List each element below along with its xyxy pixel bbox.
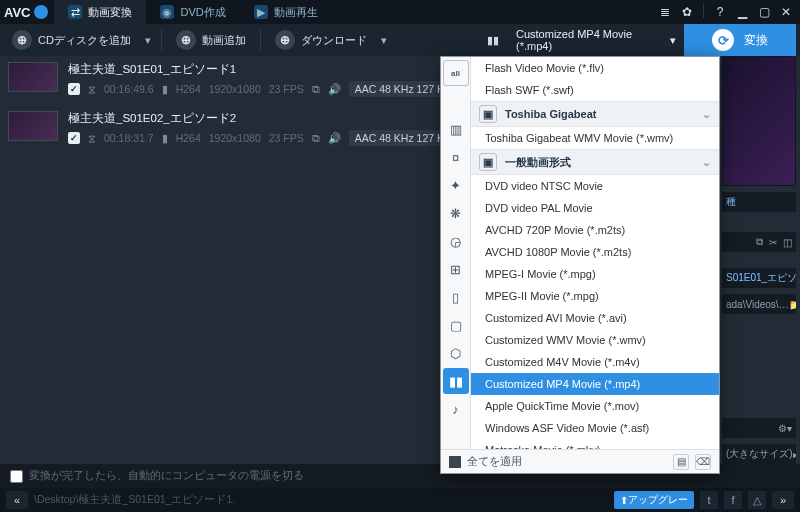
format-option[interactable]: Flash SWF (*.swf) — [471, 79, 719, 101]
shutdown-label: 変換が完了したら、自動的にコンピュータの電源を切る — [29, 469, 304, 483]
apply-all-label[interactable]: 全てを適用 — [467, 454, 522, 469]
app-logo: AVC — [0, 5, 54, 20]
cat-playstation-icon[interactable]: ✦ — [443, 172, 469, 198]
group-label: 一般動画形式 — [505, 155, 571, 170]
expand-icon[interactable] — [793, 449, 796, 460]
play-icon: ▶ — [254, 5, 268, 19]
speaker-icon: 🔊 — [328, 83, 341, 96]
cat-windows-icon[interactable]: ⊞ — [443, 256, 469, 282]
refresh-icon: ⟳ — [712, 29, 734, 51]
save-preset-icon[interactable]: ▤ — [673, 454, 689, 470]
cat-html5-icon[interactable]: ⬡ — [443, 340, 469, 366]
logo-icon — [34, 5, 48, 19]
format-list[interactable]: Flash Video Movie (*.flv)Flash SWF (*.sw… — [471, 57, 719, 449]
cat-lg-icon[interactable]: ◶ — [443, 228, 469, 254]
tab-dvd-create[interactable]: ◉ DVD作成 — [146, 0, 239, 24]
download-button[interactable]: ⊕ ダウンロード — [267, 28, 375, 52]
settings-dropdown[interactable] — [787, 423, 792, 434]
convert-icon: ⇄ — [68, 5, 82, 19]
format-option[interactable]: Apple QuickTime Movie (*.mov) — [471, 395, 719, 417]
cat-apple-icon[interactable] — [443, 88, 469, 114]
cat-audio-icon[interactable]: ♪ — [443, 396, 469, 422]
format-option[interactable]: MPEG-I Movie (*.mpg) — [471, 263, 719, 285]
video-thumbnail[interactable] — [8, 62, 58, 92]
output-path[interactable]: \Desktop\極主夫道_S01E01_エピソード1. — [34, 493, 608, 507]
check-icon[interactable]: ✓ — [68, 132, 80, 144]
crop-icon[interactable]: ◫ — [783, 237, 792, 248]
format-option[interactable]: Toshiba Gigabeat WMV Movie (*.wmv) — [471, 127, 719, 149]
upgrade-label: アップグレー — [628, 493, 688, 507]
tab-playback[interactable]: ▶ 動画再生 — [240, 0, 332, 24]
cat-all-icon[interactable]: all — [443, 60, 469, 86]
download-plus-icon: ⊕ — [275, 30, 295, 50]
shutdown-checkbox[interactable] — [10, 470, 23, 483]
video-thumbnail[interactable] — [8, 111, 58, 141]
settings-cog-icon[interactable]: ⚙ — [778, 423, 787, 434]
next-button[interactable]: » — [772, 491, 794, 509]
cat-tv-icon[interactable]: ▢ — [443, 312, 469, 338]
maximize-icon[interactable]: ▢ — [756, 4, 772, 20]
add-video-button[interactable]: ⊕ 動画追加 — [168, 28, 254, 52]
film-icon: ▮ — [162, 132, 168, 144]
cat-video-icon[interactable]: ▮▮ — [443, 368, 469, 394]
link-icon[interactable]: ⧉ — [312, 83, 320, 96]
up-arrow-icon: ⬆ — [620, 495, 628, 506]
share-icon[interactable]: △ — [748, 491, 766, 509]
cut-icon[interactable]: ✂ — [769, 237, 777, 248]
format-option[interactable]: MPEG-II Movie (*.mpg) — [471, 285, 719, 307]
profile-film-icon[interactable]: ▮▮ — [478, 24, 508, 56]
cat-phone-icon[interactable]: ▯ — [443, 284, 469, 310]
link-icon[interactable]: ⧉ — [312, 132, 320, 145]
cat-robot-icon[interactable]: ¤ — [443, 144, 469, 170]
cd-plus-icon: ⊕ — [12, 30, 32, 50]
copy-icon[interactable]: ⧉ — [756, 236, 763, 248]
tab-label: DVD作成 — [180, 5, 225, 20]
format-option[interactable]: Customized MP4 Movie (*.mp4) — [471, 373, 719, 395]
tab-video-convert[interactable]: ⇄ 動画変換 — [54, 0, 146, 24]
format-option[interactable]: Customized AVI Movie (*.avi) — [471, 307, 719, 329]
format-option[interactable]: Customized M4V Movie (*.m4v) — [471, 351, 719, 373]
codec-label: H264 — [176, 83, 201, 95]
format-option[interactable]: DVD video NTSC Movie — [471, 175, 719, 197]
square-icon[interactable] — [449, 456, 461, 468]
delete-preset-icon[interactable]: ⌫ — [695, 454, 711, 470]
menu-icon[interactable]: ≣ — [657, 4, 673, 20]
format-option[interactable]: AVCHD 1080P Movie (*.m2ts) — [471, 241, 719, 263]
right-panel: 種 ⧉ ✂ ◫ S01E01_エピソー… ada\Videos\…📁 ⚙ (大き… — [722, 56, 796, 464]
codec-label: H264 — [176, 132, 201, 144]
settings-icon[interactable]: ✿ — [679, 4, 695, 20]
upgrade-button[interactable]: ⬆ アップグレー — [614, 491, 694, 509]
facebook-icon[interactable]: f — [724, 491, 742, 509]
size-row[interactable]: (大きなサイズ) — [722, 444, 796, 464]
prev-button[interactable]: « — [6, 491, 28, 509]
cat-huawei-icon[interactable]: ❋ — [443, 200, 469, 226]
check-icon[interactable]: ✓ — [68, 83, 80, 95]
cat-android-icon[interactable]: ▥ — [443, 116, 469, 142]
path-row[interactable]: ada\Videos\…📁 — [722, 294, 796, 314]
add-cd-dropdown[interactable] — [141, 34, 155, 47]
folder-icon[interactable]: 📁 — [789, 299, 796, 310]
file-row[interactable]: S01E01_エピソー… — [722, 268, 796, 288]
minimize-icon[interactable]: ▁ — [734, 4, 750, 20]
fps-label: 23 FPS — [269, 132, 304, 144]
format-option[interactable]: DVD video PAL Movie — [471, 197, 719, 219]
duration-label: 00:16:49.6 — [104, 83, 154, 95]
format-option[interactable]: AVCHD 720P Movie (*.m2ts) — [471, 219, 719, 241]
help-icon[interactable]: ? — [712, 4, 728, 20]
format-option[interactable]: Flash Video Movie (*.flv) — [471, 57, 719, 79]
format-option[interactable]: Matroska Movie (*.mkv) — [471, 439, 719, 449]
format-group-header[interactable]: ▣Toshiba Gigabeat⌄ — [471, 101, 719, 127]
twitter-icon[interactable]: t — [700, 491, 718, 509]
preview-area[interactable] — [722, 56, 796, 186]
speaker-icon: 🔊 — [328, 132, 341, 145]
download-dropdown[interactable] — [377, 34, 391, 47]
format-option[interactable]: Customized WMV Movie (*.wmv) — [471, 329, 719, 351]
close-icon[interactable]: ✕ — [778, 4, 794, 20]
group-label: Toshiba Gigabeat — [505, 108, 596, 120]
output-profile-select[interactable]: Customized MP4 Movie (*.mp4) — [508, 24, 684, 56]
tab-label: 動画再生 — [274, 5, 318, 20]
format-option[interactable]: Windows ASF Video Movie (*.asf) — [471, 417, 719, 439]
format-group-header[interactable]: ▣一般動画形式⌄ — [471, 149, 719, 175]
convert-button[interactable]: ⟳ 変換 — [684, 24, 796, 56]
add-cd-button[interactable]: ⊕ CDディスクを追加 — [4, 28, 139, 52]
